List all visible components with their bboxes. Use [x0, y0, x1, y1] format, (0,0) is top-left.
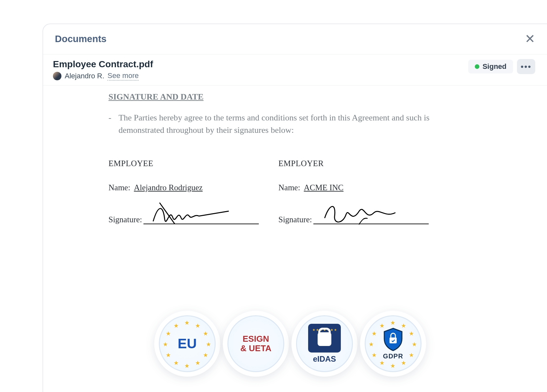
documents-panel: Documents ✕ Employee Contract.pdf Alejan…	[42, 24, 547, 392]
section-heading: SIGNATURE AND DATE	[108, 92, 527, 102]
panel-title: Documents	[55, 34, 107, 44]
employee-name-label: Name:	[108, 183, 130, 192]
document-meta: Alejandro R. See more	[53, 71, 153, 81]
document-owner: Alejandro R.	[65, 72, 104, 80]
status-label: Signed	[483, 62, 506, 71]
employee-column: EMPLOYEE Name: Alejandro Rodriguez Signa…	[108, 159, 259, 224]
eidas-label: eIDAS	[313, 354, 336, 364]
eidas-icon: ★★★★★★★	[308, 324, 341, 353]
document-filename: Employee Contract.pdf	[53, 59, 153, 70]
employer-signature-line	[313, 215, 429, 224]
bullet-dash: -	[108, 112, 111, 136]
esign-line1: ESIGN	[240, 334, 272, 344]
employee-signature-label: Signature:	[108, 215, 142, 224]
document-body: SIGNATURE AND DATE - The Parties hereby …	[43, 86, 547, 224]
compliance-badges: ★★★★★★★★★★★★ EU ESIGN & UETA ★★★★★★★	[154, 311, 426, 377]
agreement-text: The Parties hereby agree to the terms an…	[119, 112, 455, 136]
esign-badge: ESIGN & UETA	[223, 311, 289, 377]
gdpr-badge: ★★★★★★★★★★★★ GDPR	[360, 311, 426, 377]
avatar	[53, 72, 61, 80]
see-more-link[interactable]: See more	[108, 71, 139, 81]
status-badge: Signed	[468, 60, 513, 73]
status-dot-icon	[475, 64, 479, 69]
close-icon[interactable]: ✕	[525, 33, 535, 45]
panel-header: Documents ✕	[43, 24, 547, 55]
eidas-badge: ★★★★★★★ eIDAS	[291, 311, 357, 377]
employer-signature-icon	[320, 198, 402, 227]
employee-name-value: Alejandro Rodriguez	[134, 183, 203, 192]
lock-icon	[318, 332, 331, 346]
esign-line2: & UETA	[240, 344, 272, 353]
employer-signature-label: Signature:	[278, 215, 312, 224]
more-actions-button[interactable]: •••	[517, 59, 535, 74]
eu-badge: ★★★★★★★★★★★★ EU	[154, 311, 220, 377]
employer-name-label: Name:	[278, 183, 300, 192]
employee-signature-icon	[150, 198, 232, 227]
employer-name-value: ACME INC	[304, 183, 344, 192]
employer-column: EMPLOYER Name: ACME INC Signature:	[278, 159, 429, 224]
employee-signature-line	[143, 215, 259, 224]
employee-role: EMPLOYEE	[108, 159, 259, 168]
employer-role: EMPLOYER	[278, 159, 429, 168]
document-header: Employee Contract.pdf Alejandro R. See m…	[43, 55, 547, 86]
